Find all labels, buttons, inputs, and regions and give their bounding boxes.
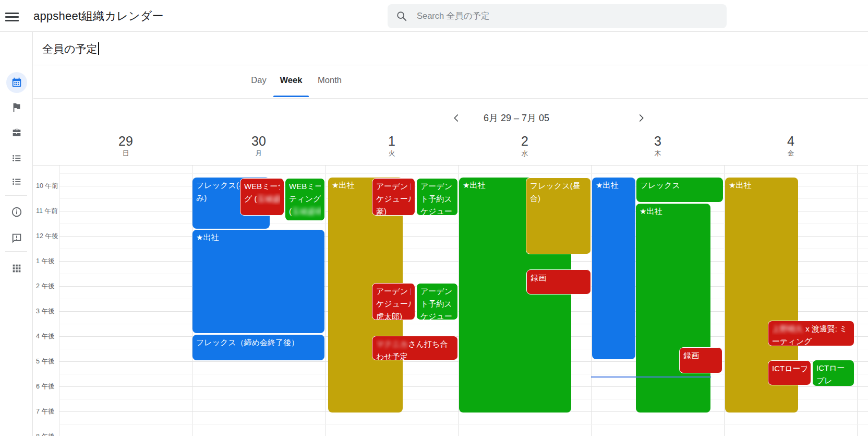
event-title-line: わせ予定 bbox=[376, 350, 454, 360]
event-thu-shussha-blue[interactable]: ★出社 bbox=[592, 178, 635, 359]
app-title: appsheet組織カレンダー bbox=[33, 8, 164, 24]
sidebar-item-grid[interactable] bbox=[0, 257, 33, 280]
tab-month[interactable]: Month bbox=[312, 75, 347, 98]
column-gridline bbox=[857, 165, 858, 436]
info-icon bbox=[6, 202, 27, 222]
calendar-icon bbox=[6, 72, 27, 93]
day-header-2: 2水 bbox=[493, 134, 556, 159]
sidebar-item-feedback[interactable] bbox=[0, 227, 33, 250]
top-bar: appsheet組織カレンダー Search 全員の予定 bbox=[0, 0, 868, 32]
hour-label: 10 午前 bbox=[36, 182, 59, 191]
event-title-line: ★出社 bbox=[196, 231, 321, 244]
event-mon-web-meeting-green[interactable]: WEBミーティング(玉城盛研 bbox=[285, 178, 325, 221]
event-title-line: ティング bbox=[289, 193, 321, 205]
sidebar-item-briefcase[interactable] bbox=[0, 121, 33, 144]
event-tue-arden-red-1[interactable]: アーデントケジュール豪) bbox=[372, 178, 415, 216]
current-time-line bbox=[591, 376, 711, 378]
hour-label: 7 午後 bbox=[36, 407, 59, 416]
tab-week[interactable]: Week bbox=[273, 75, 309, 98]
event-title-line: ICTロープレ bbox=[772, 362, 807, 375]
list-icon-2 bbox=[6, 171, 27, 192]
menu-icon[interactable] bbox=[5, 10, 19, 22]
half-gridline bbox=[59, 173, 868, 174]
day-number: 3 bbox=[626, 134, 689, 148]
event-title-line: アーデント bbox=[376, 180, 411, 193]
hour-label: 8 午後 bbox=[36, 432, 59, 436]
search-icon bbox=[396, 10, 407, 22]
event-fri-meeting[interactable]: 上野晴久 x 渡邊賢: ミーティング bbox=[768, 321, 854, 346]
event-title-line: ★出社 bbox=[729, 179, 794, 192]
chevron-right-icon[interactable] bbox=[634, 111, 648, 125]
event-title-line: フレックス(昼 bbox=[530, 180, 587, 192]
active-tab-underline bbox=[273, 96, 309, 97]
event-title-line: ★出社 bbox=[640, 205, 707, 218]
view-title-input[interactable]: 全員の予定 bbox=[42, 42, 99, 56]
feedback-icon bbox=[6, 228, 27, 249]
event-title-line: ケジュー bbox=[420, 205, 454, 216]
tab-day[interactable]: Day bbox=[241, 75, 276, 98]
event-title-line: 上野晴久 x 渡邊賢: ミ bbox=[772, 323, 850, 335]
event-tue-arden-green-1[interactable]: アーデント予約スケジュー bbox=[416, 178, 458, 216]
event-mon-shussha[interactable]: ★出社 bbox=[192, 230, 324, 333]
event-title-line: (玉城盛研 bbox=[289, 205, 321, 218]
day-number: 29 bbox=[94, 134, 157, 148]
hour-label: 11 午前 bbox=[36, 207, 59, 216]
event-tue-arden-green-2[interactable]: アーデント予約スケジュー bbox=[416, 283, 458, 320]
day-number: 2 bbox=[493, 134, 556, 148]
event-mon-flex-pm[interactable]: フレックス（締め会終了後） bbox=[192, 335, 324, 360]
day-header-4: 4金 bbox=[760, 134, 822, 159]
event-title-line: ト予約ス bbox=[420, 298, 454, 310]
event-title-line: マクニカさん打ち合 bbox=[376, 338, 454, 350]
tab-label: Month bbox=[318, 75, 342, 85]
event-fri-ict-red[interactable]: ICTロープレ bbox=[768, 360, 811, 385]
day-header-29: 29日 bbox=[94, 134, 157, 159]
grid-top-border bbox=[33, 165, 868, 166]
event-thu-shussha-green[interactable]: ★出社 bbox=[636, 204, 710, 413]
day-weekday: 火 bbox=[360, 148, 423, 159]
event-title-line: 録画 bbox=[683, 349, 718, 362]
day-number: 1 bbox=[360, 134, 423, 148]
search-input[interactable]: Search 全員の予定 bbox=[388, 4, 727, 28]
event-title-line: ケジュール bbox=[376, 298, 411, 310]
event-title-line: ケジュー bbox=[420, 310, 454, 320]
event-wed-flex[interactable]: フレックス(昼合) bbox=[526, 178, 591, 254]
event-title-line: WEBミーティン bbox=[244, 180, 280, 193]
event-title-line: 豪) bbox=[376, 205, 411, 216]
column-gridline bbox=[59, 165, 59, 436]
day-header-3: 3木 bbox=[626, 134, 689, 159]
event-wed-rokuga[interactable]: 録画 bbox=[526, 269, 591, 294]
event-title-line: ★出社 bbox=[596, 179, 632, 192]
sidebar-item-calendar[interactable] bbox=[0, 71, 33, 94]
sidebar-item-flag[interactable] bbox=[0, 96, 33, 119]
event-title-line: 虎太郎) bbox=[376, 310, 411, 320]
hour-label: 6 午後 bbox=[36, 382, 59, 391]
event-title-line: ーティング bbox=[772, 335, 850, 346]
view-tabs: DayWeekMonth bbox=[33, 66, 868, 99]
column-gridline bbox=[325, 165, 326, 436]
sidebar-item-list-2[interactable] bbox=[0, 170, 33, 193]
event-title-line: 録画 bbox=[531, 272, 587, 284]
grid-icon bbox=[6, 258, 27, 279]
event-title-line: ICTロー bbox=[816, 362, 850, 374]
sidebar-item-info[interactable] bbox=[0, 201, 33, 223]
event-mon-web-meeting-red[interactable]: WEBミーティング (玉城盛研 bbox=[240, 178, 284, 216]
event-thu-rokuga[interactable]: 録画 bbox=[679, 347, 722, 373]
half-gridline bbox=[59, 424, 868, 425]
event-title-line: 合) bbox=[530, 192, 587, 205]
event-title-line: グ (玉城盛研 bbox=[244, 193, 280, 205]
hour-label: 4 午後 bbox=[36, 332, 59, 341]
day-number: 30 bbox=[227, 134, 290, 148]
event-title-line: アーデン bbox=[420, 285, 454, 298]
column-gridline bbox=[458, 165, 459, 436]
event-title-line: アーデン bbox=[420, 180, 454, 193]
event-tue-meeting[interactable]: マクニカさん打ち合わせ予定 bbox=[372, 336, 458, 360]
date-nav-row: 6月 29 – 7月 05 bbox=[33, 99, 868, 134]
sidebar-item-list[interactable] bbox=[0, 147, 33, 170]
date-range-label: 6月 29 – 7月 05 bbox=[443, 112, 589, 124]
event-thu-flex[interactable]: フレックス bbox=[636, 178, 723, 202]
event-title-line: WEBミー bbox=[289, 180, 321, 193]
event-tue-arden-red-2[interactable]: アーデントケジュール虎太郎) bbox=[372, 283, 415, 320]
flag-icon bbox=[6, 97, 27, 118]
event-fri-ict-green[interactable]: ICTロープレ bbox=[812, 360, 854, 386]
tab-label: Day bbox=[251, 75, 266, 85]
